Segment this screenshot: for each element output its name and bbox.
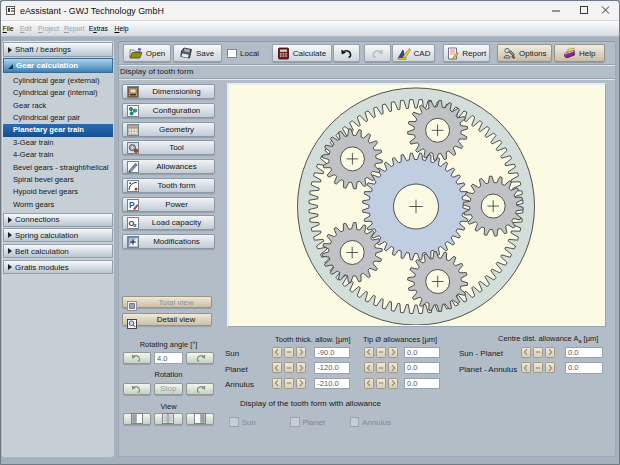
svg-text:x: x [134,223,138,229]
